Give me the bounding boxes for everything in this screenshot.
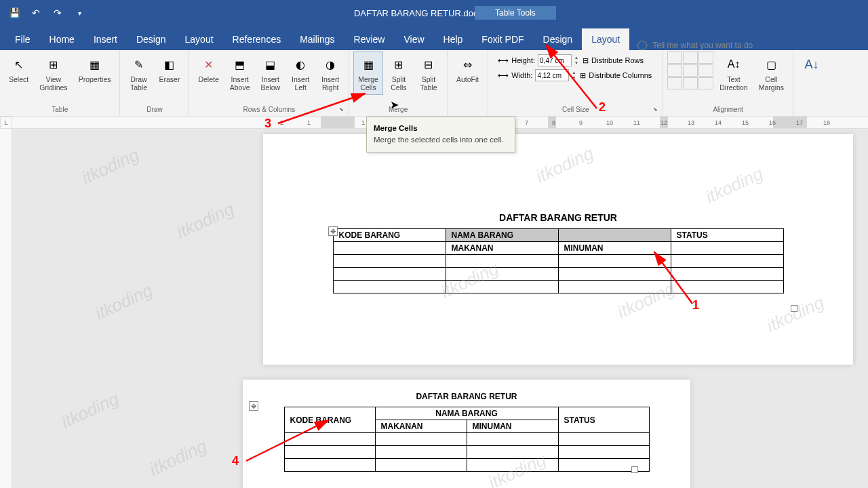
select-button[interactable]: ↖Select [4,52,33,87]
align-bl[interactable] [667,77,682,89]
tab-table-layout[interactable]: Layout [582,28,629,50]
tooltip-description: Merge the selected cells into one cell. [374,135,508,145]
delete-icon: ✕ [199,55,218,74]
cell2-makanan[interactable]: MAKANAN [375,420,467,433]
merge-cells-button[interactable]: ▦Merge Cells [353,52,383,95]
cell-makanan[interactable]: MAKANAN [446,242,558,255]
table-row [284,433,649,446]
align-bc[interactable] [683,77,698,89]
table-row: KODE BARANG NAMA BARANG STATUS [284,407,649,420]
align-ml[interactable] [667,64,682,77]
grid-icon: ⊞ [44,55,63,74]
align-mr[interactable] [698,64,713,77]
properties-button[interactable]: ▦Properties [74,52,116,87]
insert-below-button[interactable]: ⬓Insert Below [256,52,285,95]
ruler-corner[interactable]: L [0,117,12,129]
table-1[interactable]: KODE BARANG NAMA BARANG STATUS MAKANAN M… [333,228,784,293]
sort-button[interactable]: A↓ [797,52,826,79]
insert-above-button[interactable]: ⬒Insert Above [225,52,255,95]
draw-table-button[interactable]: ✎Draw Table [124,52,153,95]
table-row: MAKANAN MINUMAN [333,242,783,255]
table-2[interactable]: KODE BARANG NAMA BARANG STATUS MAKANAN M… [284,407,650,472]
header2-status[interactable]: STATUS [558,407,649,433]
contextual-tab-label: Table Tools [475,6,556,20]
align-tc[interactable] [683,52,698,64]
cell-minuman[interactable]: MINUMAN [558,242,671,255]
view-gridlines-button[interactable]: ⊞View Gridlines [35,52,72,95]
split-table-button[interactable]: ⊟Split Table [414,52,443,95]
align-tl[interactable] [667,52,682,64]
delete-button[interactable]: ✕Delete [193,52,223,87]
tab-foxitpdf[interactable]: Foxit PDF [472,28,533,50]
tab-home[interactable]: Home [40,28,84,50]
header2-kode[interactable]: KODE BARANG [284,407,375,433]
table-row [284,459,649,472]
tab-insert[interactable]: Insert [84,28,127,50]
table1-title: DAFTAR BARANG RETUR [263,212,853,223]
align-mc[interactable] [683,64,698,77]
width-up[interactable]: ▲ [572,70,576,75]
quick-access-toolbar: 💾 ↶ ↷ ▾ [0,7,85,19]
tab-review[interactable]: Review [344,28,395,50]
undo-icon[interactable]: ↶ [30,7,42,19]
height-icon: ⟷ [498,56,509,65]
cell2-minuman[interactable]: MINUMAN [467,420,558,433]
split-table-icon: ⊟ [419,55,438,74]
tab-view[interactable]: View [394,28,433,50]
width-input[interactable] [535,69,569,81]
dist-rows-icon: ⊟ [583,56,589,65]
text-direction-button[interactable]: A↕Text Direction [715,52,752,95]
tooltip-title: Merge Cells [374,124,508,132]
cell-margins-button[interactable]: ▢Cell Margins [754,52,789,95]
distribute-columns-button[interactable]: ⊞Distribute Columns [578,70,653,81]
annotation-1: 1 [692,298,699,312]
split-cells-button[interactable]: ⊞Split Cells [384,52,413,95]
table-resize-handle[interactable] [791,305,797,312]
autofit-button[interactable]: ⇔AutoFit [452,52,484,87]
table-move-handle[interactable]: ✥ [328,226,338,236]
cell-margins-icon: ▢ [762,55,781,74]
customize-qat-icon[interactable]: ▾ [73,7,85,19]
tab-table-design[interactable]: Design [534,28,583,50]
distribute-rows-button[interactable]: ⊟Distribute Rows [581,55,645,66]
height-up[interactable]: ▲ [574,55,578,60]
table2-move-handle[interactable]: ✥ [249,401,258,411]
table2-resize-handle[interactable] [631,466,638,473]
tab-references[interactable]: References [223,28,291,50]
redo-icon[interactable]: ↷ [52,7,64,19]
cursor-icon: ↖ [9,55,28,74]
header-status[interactable]: STATUS [671,229,783,242]
dist-cols-icon: ⊞ [580,71,586,80]
tell-me-search[interactable]: Tell me what you want to do [629,41,761,50]
tab-design[interactable]: Design [127,28,176,50]
header-nama[interactable]: NAMA BARANG [446,229,558,242]
tab-help[interactable]: Help [434,28,473,50]
eraser-button[interactable]: ◧Eraser [154,52,184,87]
insert-right-button[interactable]: ◑Insert Right [316,52,344,95]
header-empty[interactable] [558,229,671,242]
insert-right-icon: ◑ [321,55,340,74]
align-br[interactable] [698,77,713,89]
insert-left-icon: ◐ [291,55,310,74]
align-tr[interactable] [698,52,713,64]
header2-nama[interactable]: NAMA BARANG [375,407,558,420]
width-down[interactable]: ▼ [572,75,576,81]
tab-mailings[interactable]: Mailings [290,28,344,50]
header-kode[interactable]: KODE BARANG [333,229,446,242]
table-row [333,255,783,268]
insert-left-button[interactable]: ◐Insert Left [286,52,315,95]
height-down[interactable]: ▼ [574,60,578,66]
cellsize-dialog-launcher[interactable]: ⬊ [653,106,661,115]
save-icon[interactable]: 💾 [8,7,20,19]
width-label: Width: [511,71,532,79]
vertical-ruler[interactable] [0,129,12,488]
document-canvas: itkoding itkoding itkoding itkoding itko… [12,129,868,488]
split-cells-icon: ⊞ [389,55,408,74]
rows-cols-dialog-launcher[interactable]: ⬊ [339,106,347,115]
insert-above-icon: ⬒ [231,55,250,74]
ribbon-tabs: File Home Insert Design Layout Reference… [0,26,868,50]
tab-layout[interactable]: Layout [176,28,223,50]
height-input[interactable] [538,54,572,66]
tab-file[interactable]: File [5,28,40,50]
annotation-3: 3 [264,117,271,131]
